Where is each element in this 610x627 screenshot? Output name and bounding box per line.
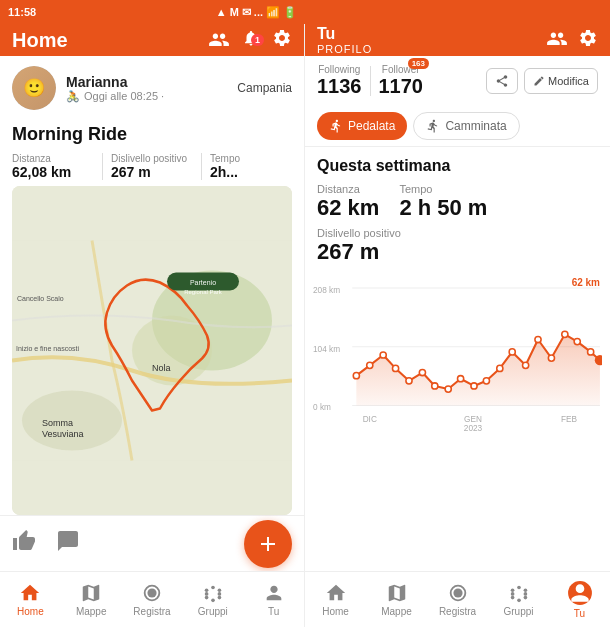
- user-meta: 🚴 Oggi alle 08:25 ·: [66, 90, 164, 103]
- svg-point-28: [353, 373, 359, 379]
- following-block: Following 1136: [317, 64, 362, 98]
- svg-point-58: [517, 599, 521, 603]
- svg-point-54: [510, 588, 514, 592]
- svg-text:FEB: FEB: [561, 415, 578, 424]
- elevation-stat: Dislivello positivo 267 m: [111, 153, 193, 180]
- weekly-title: Questa settimana: [317, 157, 598, 175]
- svg-point-15: [211, 586, 215, 590]
- nav-record-label-left: Registra: [133, 606, 170, 617]
- settings-icon-right[interactable]: [578, 28, 598, 52]
- settings-icon[interactable]: [272, 28, 292, 53]
- bottom-nav-left: Home Mappe Registra Gruppi Tu: [0, 571, 304, 627]
- svg-point-57: [510, 596, 514, 600]
- nav-maps-right[interactable]: Mappe: [366, 582, 427, 617]
- nav-groups-right[interactable]: Gruppi: [488, 582, 549, 617]
- svg-point-20: [205, 592, 209, 596]
- svg-point-29: [367, 362, 373, 368]
- nav-maps-label-left: Mappe: [76, 606, 107, 617]
- svg-text:Somma: Somma: [42, 418, 73, 428]
- right-header-icons: [546, 28, 598, 52]
- stats-row: Distanza 62,08 km Dislivello positivo 26…: [0, 153, 304, 186]
- svg-point-45: [574, 338, 580, 344]
- svg-point-13: [147, 588, 156, 597]
- weekly-elevation: Dislivello positivo 267 m: [317, 227, 598, 265]
- svg-point-55: [517, 586, 521, 590]
- svg-text:208 km: 208 km: [313, 286, 340, 295]
- tab-cycling[interactable]: Pedalata: [317, 112, 407, 140]
- nav-home-left[interactable]: Home: [0, 582, 61, 617]
- stats-separator: [370, 66, 371, 96]
- svg-point-18: [211, 599, 215, 603]
- svg-point-37: [471, 383, 477, 389]
- svg-text:Regional Park: Regional Park: [184, 289, 223, 295]
- nav-home-right[interactable]: Home: [305, 582, 366, 617]
- svg-point-14: [205, 588, 209, 592]
- nav-profile-right[interactable]: Tu: [549, 580, 610, 619]
- username: Marianna: [66, 74, 164, 90]
- nav-maps-left[interactable]: Mappe: [61, 582, 122, 617]
- svg-point-61: [523, 592, 527, 596]
- weekly-time: Tempo 2 h 50 m: [399, 183, 487, 221]
- bottom-nav-right: Home Mappe Registra Gruppi Tu: [305, 571, 610, 627]
- status-time-left: 11:58: [8, 6, 36, 18]
- profile-header-user: Tu PROFILO: [317, 25, 372, 55]
- weekly-distance: Distanza 62 km: [317, 183, 379, 221]
- nav-groups-left[interactable]: Gruppi: [182, 582, 243, 617]
- user-location: Campania: [237, 81, 292, 95]
- svg-point-36: [458, 376, 464, 382]
- svg-text:Inizio e fine nascosti: Inizio e fine nascosti: [16, 345, 79, 352]
- right-header: Tu PROFILO: [305, 0, 610, 56]
- svg-point-19: [217, 596, 221, 600]
- nav-record-right[interactable]: Registra: [427, 582, 488, 617]
- nav-groups-label-right: Gruppi: [503, 606, 533, 617]
- profile-stats: Following 1136 163 Follower 1170 Modific…: [305, 56, 610, 106]
- user-info: Marianna 🚴 Oggi alle 08:25 ·: [66, 74, 164, 103]
- svg-text:Nola: Nola: [152, 363, 171, 373]
- svg-point-53: [453, 588, 462, 597]
- tab-walking[interactable]: Camminata: [413, 112, 519, 140]
- nav-home-label-right: Home: [322, 606, 349, 617]
- bike-icon: 🚴: [66, 90, 80, 103]
- distance-stat: Distanza 62,08 km: [12, 153, 94, 180]
- svg-point-42: [535, 336, 541, 342]
- svg-point-35: [445, 386, 451, 392]
- weekly-stats: Distanza 62 km Tempo 2 h 50 m: [317, 183, 598, 221]
- svg-text:Partenio: Partenio: [190, 279, 216, 286]
- svg-point-56: [523, 588, 527, 592]
- user-section: 🙂 Marianna 🚴 Oggi alle 08:25 · Campania: [0, 56, 304, 120]
- activity-tabs: Pedalata Camminata: [305, 106, 610, 147]
- nav-profile-left[interactable]: Tu: [243, 582, 304, 617]
- chart-peak-label: 62 km: [572, 277, 600, 288]
- svg-text:Cancello Scalo: Cancello Scalo: [17, 295, 64, 302]
- nav-record-label-right: Registra: [439, 606, 476, 617]
- nav-maps-label-right: Mappe: [381, 606, 412, 617]
- status-icons-left: ▲M✉... 📶🔋: [216, 6, 297, 19]
- nav-profile-label-left: Tu: [268, 606, 279, 617]
- people-icon[interactable]: [208, 29, 230, 52]
- svg-text:2023: 2023: [464, 424, 483, 433]
- avatar: 🙂: [12, 66, 56, 110]
- svg-point-17: [205, 596, 209, 600]
- nav-home-label-left: Home: [17, 606, 44, 617]
- chart-svg: 208 km 104 km 0 km: [313, 275, 602, 435]
- svg-text:DIC: DIC: [363, 415, 377, 424]
- svg-point-46: [588, 349, 594, 355]
- people-icon-right[interactable]: [546, 28, 568, 52]
- svg-point-31: [392, 365, 398, 371]
- status-bar-left: 11:58 ▲M✉... 📶🔋: [0, 0, 305, 24]
- map-svg: Partenio Regional Park Cancello Scalo In…: [12, 186, 292, 515]
- svg-point-32: [406, 378, 412, 384]
- add-button[interactable]: [244, 520, 292, 568]
- share-button[interactable]: [486, 68, 518, 94]
- svg-point-59: [523, 596, 527, 600]
- svg-point-21: [217, 592, 221, 596]
- action-bar: [0, 515, 304, 571]
- nav-profile-label-right: Tu: [574, 608, 585, 619]
- comment-button[interactable]: [56, 529, 80, 559]
- svg-point-40: [509, 349, 515, 355]
- nav-record-left[interactable]: Registra: [122, 582, 183, 617]
- edit-button[interactable]: Modifica: [524, 68, 598, 94]
- svg-text:Vesuviana: Vesuviana: [42, 429, 84, 439]
- like-button[interactable]: [12, 529, 36, 559]
- profile-actions: Modifica: [486, 68, 598, 94]
